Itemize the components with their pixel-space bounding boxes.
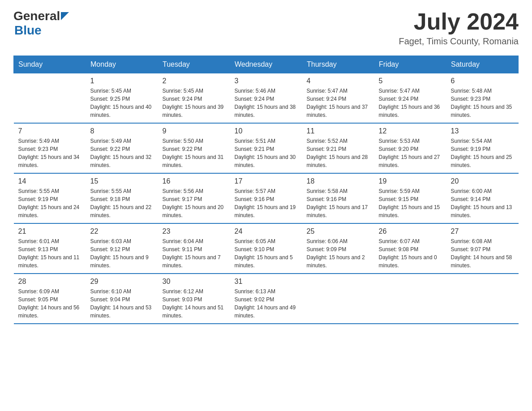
day-detail: Sunrise: 5:51 AMSunset: 9:21 PMDaylight:… (235, 137, 298, 169)
day-detail: Sunrise: 6:10 AMSunset: 9:04 PMDaylight:… (90, 287, 154, 320)
day-number: 16 (163, 177, 226, 185)
day-number: 3 (235, 77, 298, 85)
day-number: 27 (451, 227, 514, 235)
table-row: 5Sunrise: 5:47 AMSunset: 9:24 PMDaylight… (374, 73, 446, 124)
day-number: 29 (90, 278, 154, 286)
logo-blue: Blue (14, 23, 69, 38)
day-number: 25 (307, 227, 370, 235)
day-detail: Sunrise: 5:59 AMSunset: 9:15 PMDaylight:… (379, 187, 442, 219)
day-detail: Sunrise: 6:03 AMSunset: 9:12 PMDaylight:… (90, 237, 154, 270)
table-row: 12Sunrise: 5:53 AMSunset: 9:20 PMDayligh… (374, 123, 446, 173)
day-number: 20 (451, 177, 514, 185)
col-monday: Monday (86, 56, 158, 73)
day-detail: Sunrise: 6:12 AMSunset: 9:03 PMDaylight:… (163, 287, 226, 320)
col-thursday: Thursday (302, 56, 374, 73)
day-detail: Sunrise: 6:04 AMSunset: 9:11 PMDaylight:… (163, 237, 226, 270)
day-number: 13 (451, 127, 514, 135)
day-number: 4 (307, 77, 370, 85)
logo-arrow-icon (61, 12, 69, 20)
day-detail: Sunrise: 5:56 AMSunset: 9:17 PMDaylight:… (163, 187, 226, 219)
table-row: 10Sunrise: 5:51 AMSunset: 9:21 PMDayligh… (230, 123, 302, 173)
table-row (374, 274, 446, 324)
col-tuesday: Tuesday (158, 56, 230, 73)
calendar-week-row: 21Sunrise: 6:01 AMSunset: 9:13 PMDayligh… (14, 223, 519, 274)
day-number: 7 (18, 127, 82, 135)
day-number: 2 (163, 77, 226, 85)
day-number: 11 (307, 127, 370, 135)
day-number: 23 (163, 227, 226, 235)
svg-marker-0 (61, 12, 69, 20)
day-detail: Sunrise: 6:01 AMSunset: 9:13 PMDaylight:… (18, 237, 82, 270)
table-row: 8Sunrise: 5:49 AMSunset: 9:22 PMDaylight… (86, 123, 158, 173)
calendar-header-row: Sunday Monday Tuesday Wednesday Thursday… (14, 56, 519, 73)
day-detail: Sunrise: 5:53 AMSunset: 9:20 PMDaylight:… (379, 137, 442, 169)
table-row: 7Sunrise: 5:49 AMSunset: 9:23 PMDaylight… (14, 123, 86, 173)
calendar-week-row: 14Sunrise: 5:55 AMSunset: 9:19 PMDayligh… (14, 173, 519, 223)
table-row: 28Sunrise: 6:09 AMSunset: 9:05 PMDayligh… (14, 274, 86, 324)
table-row: 3Sunrise: 5:46 AMSunset: 9:24 PMDaylight… (230, 73, 302, 124)
col-wednesday: Wednesday (230, 56, 302, 73)
logo-general: General (13, 9, 60, 23)
day-detail: Sunrise: 5:50 AMSunset: 9:22 PMDaylight:… (163, 137, 226, 169)
table-row: 19Sunrise: 5:59 AMSunset: 9:15 PMDayligh… (374, 173, 446, 223)
calendar-week-row: 28Sunrise: 6:09 AMSunset: 9:05 PMDayligh… (14, 274, 519, 324)
day-number: 9 (163, 127, 226, 135)
day-detail: Sunrise: 5:45 AMSunset: 9:25 PMDaylight:… (90, 87, 154, 119)
day-number: 17 (235, 177, 298, 185)
day-number: 24 (235, 227, 298, 235)
day-number: 15 (90, 177, 154, 185)
table-row: 15Sunrise: 5:55 AMSunset: 9:18 PMDayligh… (86, 173, 158, 223)
col-friday: Friday (374, 56, 446, 73)
table-row: 24Sunrise: 6:05 AMSunset: 9:10 PMDayligh… (230, 223, 302, 274)
day-detail: Sunrise: 6:08 AMSunset: 9:07 PMDaylight:… (451, 237, 514, 270)
day-detail: Sunrise: 5:47 AMSunset: 9:24 PMDaylight:… (307, 87, 370, 119)
day-number: 19 (379, 177, 442, 185)
table-row: 25Sunrise: 6:06 AMSunset: 9:09 PMDayligh… (302, 223, 374, 274)
table-row: 26Sunrise: 6:07 AMSunset: 9:08 PMDayligh… (374, 223, 446, 274)
day-detail: Sunrise: 5:47 AMSunset: 9:24 PMDaylight:… (379, 87, 442, 119)
day-number: 18 (307, 177, 370, 185)
table-row: 22Sunrise: 6:03 AMSunset: 9:12 PMDayligh… (86, 223, 158, 274)
table-row: 14Sunrise: 5:55 AMSunset: 9:19 PMDayligh… (14, 173, 86, 223)
table-row: 18Sunrise: 5:58 AMSunset: 9:16 PMDayligh… (302, 173, 374, 223)
day-detail: Sunrise: 6:06 AMSunset: 9:09 PMDaylight:… (307, 237, 370, 270)
page-header: General Blue July 2024 Faget, Timis Coun… (13, 9, 519, 47)
table-row: 21Sunrise: 6:01 AMSunset: 9:13 PMDayligh… (14, 223, 86, 274)
table-row: 11Sunrise: 5:52 AMSunset: 9:21 PMDayligh… (302, 123, 374, 173)
day-number: 1 (90, 77, 154, 85)
table-row: 31Sunrise: 6:13 AMSunset: 9:02 PMDayligh… (230, 274, 302, 324)
day-detail: Sunrise: 5:45 AMSunset: 9:24 PMDaylight:… (163, 87, 226, 119)
day-detail: Sunrise: 5:49 AMSunset: 9:23 PMDaylight:… (18, 137, 82, 169)
table-row: 6Sunrise: 5:48 AMSunset: 9:23 PMDaylight… (446, 73, 519, 124)
day-detail: Sunrise: 5:58 AMSunset: 9:16 PMDaylight:… (307, 187, 370, 219)
day-number: 31 (235, 278, 298, 286)
table-row (14, 73, 86, 124)
table-row: 29Sunrise: 6:10 AMSunset: 9:04 PMDayligh… (86, 274, 158, 324)
table-row: 17Sunrise: 5:57 AMSunset: 9:16 PMDayligh… (230, 173, 302, 223)
day-number: 30 (163, 278, 226, 286)
table-row: 20Sunrise: 6:00 AMSunset: 9:14 PMDayligh… (446, 173, 519, 223)
table-row: 13Sunrise: 5:54 AMSunset: 9:19 PMDayligh… (446, 123, 519, 173)
day-detail: Sunrise: 5:55 AMSunset: 9:19 PMDaylight:… (18, 187, 82, 219)
day-detail: Sunrise: 5:48 AMSunset: 9:23 PMDaylight:… (451, 87, 514, 119)
table-row: 27Sunrise: 6:08 AMSunset: 9:07 PMDayligh… (446, 223, 519, 274)
day-detail: Sunrise: 6:13 AMSunset: 9:02 PMDaylight:… (235, 287, 298, 320)
day-number: 10 (235, 127, 298, 135)
table-row: 23Sunrise: 6:04 AMSunset: 9:11 PMDayligh… (158, 223, 230, 274)
day-number: 26 (379, 227, 442, 235)
table-row: 4Sunrise: 5:47 AMSunset: 9:24 PMDaylight… (302, 73, 374, 124)
day-number: 5 (379, 77, 442, 85)
calendar-table: Sunday Monday Tuesday Wednesday Thursday… (13, 56, 519, 324)
day-detail: Sunrise: 5:49 AMSunset: 9:22 PMDaylight:… (90, 137, 154, 169)
table-row: 9Sunrise: 5:50 AMSunset: 9:22 PMDaylight… (158, 123, 230, 173)
day-number: 6 (451, 77, 514, 85)
table-row (302, 274, 374, 324)
month-year-title: July 2024 (399, 9, 519, 34)
table-row (446, 274, 519, 324)
day-number: 8 (90, 127, 154, 135)
day-number: 21 (18, 227, 82, 235)
day-detail: Sunrise: 5:46 AMSunset: 9:24 PMDaylight:… (235, 87, 298, 119)
calendar-week-row: 7Sunrise: 5:49 AMSunset: 9:23 PMDaylight… (14, 123, 519, 173)
table-row: 1Sunrise: 5:45 AMSunset: 9:25 PMDaylight… (86, 73, 158, 124)
day-detail: Sunrise: 6:00 AMSunset: 9:14 PMDaylight:… (451, 187, 514, 219)
